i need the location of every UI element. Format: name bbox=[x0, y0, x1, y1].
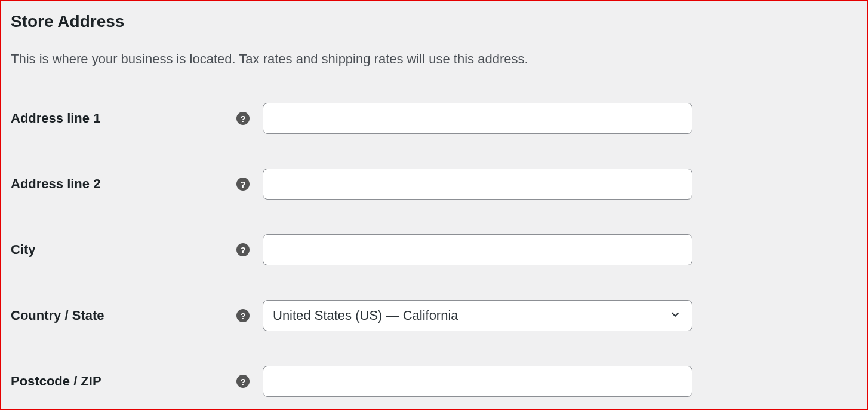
section-description: This is where your business is located. … bbox=[11, 51, 857, 67]
address1-input[interactable] bbox=[263, 103, 692, 134]
section-title: Store Address bbox=[11, 12, 857, 31]
row-country-state: Country / State ? United States (US) — C… bbox=[11, 300, 857, 331]
postcode-input[interactable] bbox=[263, 366, 692, 397]
store-address-panel: Store Address This is where your busines… bbox=[0, 0, 868, 410]
row-city: City ? bbox=[11, 234, 857, 265]
country-state-select[interactable]: United States (US) — California bbox=[263, 300, 692, 331]
label-address1: Address line 1 bbox=[11, 111, 236, 126]
row-postcode: Postcode / ZIP ? bbox=[11, 366, 857, 397]
help-icon[interactable]: ? bbox=[236, 375, 250, 388]
row-address1: Address line 1 ? bbox=[11, 103, 857, 134]
help-icon[interactable]: ? bbox=[236, 178, 250, 191]
label-postcode: Postcode / ZIP bbox=[11, 374, 236, 389]
label-address2: Address line 2 bbox=[11, 176, 236, 192]
label-city: City bbox=[11, 242, 236, 258]
country-state-selected-value: United States (US) — California bbox=[273, 308, 458, 323]
address2-input[interactable] bbox=[263, 169, 692, 200]
city-input[interactable] bbox=[263, 234, 692, 265]
help-icon[interactable]: ? bbox=[236, 309, 250, 322]
help-icon[interactable]: ? bbox=[236, 112, 250, 125]
help-icon[interactable]: ? bbox=[236, 243, 250, 256]
row-address2: Address line 2 ? bbox=[11, 169, 857, 200]
label-country-state: Country / State bbox=[11, 308, 236, 323]
